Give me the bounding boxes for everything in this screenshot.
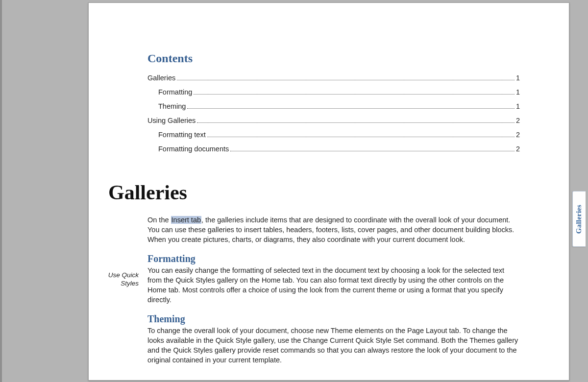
intro-text-after: , the galleries include items that are d…: [147, 216, 514, 243]
toc-leader: [187, 108, 514, 109]
toc-entry-page: 1: [516, 85, 520, 99]
document-page: Use Quick Styles Contents Galleries 1 Fo…: [88, 2, 569, 381]
heading-theming: Theming: [147, 313, 520, 325]
formatting-paragraph: You can easily change the formatting of …: [147, 265, 520, 305]
toc-entry-label: Formatting text: [158, 128, 206, 142]
intro-text-before: On the: [147, 216, 171, 224]
theming-paragraph: To change the overall look of your docum…: [147, 326, 520, 365]
side-tab-label: Galleries: [575, 204, 584, 233]
toc-leader: [230, 151, 514, 151]
toc-entry-label: Theming: [158, 99, 186, 114]
workspace: Use Quick Styles Contents Galleries 1 Fo…: [0, 0, 588, 382]
heading-formatting: Formatting: [147, 253, 520, 264]
toc-entry-page: 2: [516, 114, 520, 128]
toc-entry-page: 1: [516, 99, 520, 114]
toc-entry[interactable]: Formatting text 2: [147, 128, 520, 142]
toc-entry[interactable]: Theming 1: [147, 99, 520, 114]
toc-leader: [197, 122, 514, 123]
toc-entry[interactable]: Formatting documents 2: [147, 142, 520, 156]
toc-entry-page: 1: [516, 71, 520, 85]
heading-1: Galleries: [108, 181, 520, 204]
toc-entry-label: Using Galleries: [147, 114, 196, 128]
toc-entry[interactable]: Using Galleries 2: [147, 114, 520, 128]
margin-comment: Use Quick Styles: [103, 271, 139, 288]
page-content: Contents Galleries 1 Formatting 1 Themin…: [147, 52, 520, 365]
selected-text[interactable]: Insert tab: [171, 216, 201, 224]
navigation-side-tab[interactable]: Galleries: [572, 191, 586, 247]
toc-leader: [177, 80, 514, 80]
toc-leader: [194, 94, 514, 95]
toc-title: Contents: [147, 52, 520, 65]
toc-entry-label: Formatting documents: [158, 142, 229, 156]
toc-entry-page: 2: [516, 142, 520, 156]
left-margin-shade: [0, 0, 2, 382]
table-of-contents: Galleries 1 Formatting 1 Theming 1 Using…: [147, 71, 520, 156]
toc-entry[interactable]: Galleries 1: [147, 71, 520, 85]
toc-entry-label: Galleries: [147, 71, 175, 85]
toc-entry-page: 2: [516, 128, 520, 142]
toc-leader: [207, 137, 514, 137]
toc-entry[interactable]: Formatting 1: [147, 85, 520, 99]
toc-entry-label: Formatting: [158, 85, 192, 99]
intro-paragraph: On the Insert tab, the galleries include…: [147, 215, 520, 244]
